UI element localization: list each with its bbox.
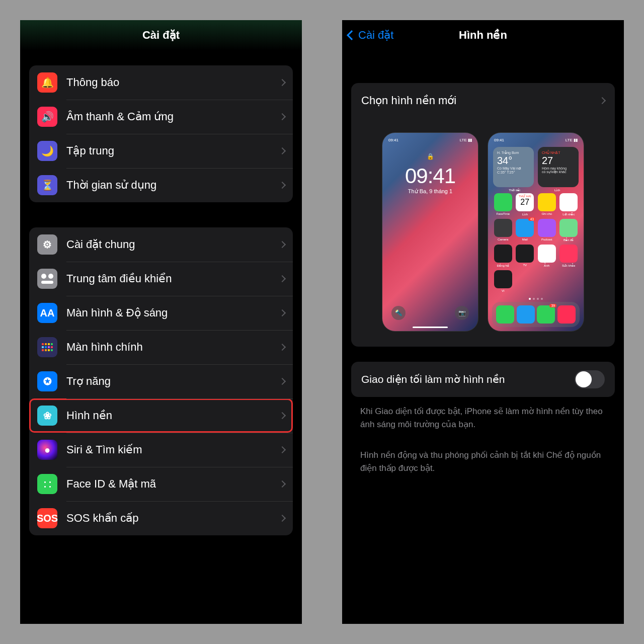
dock-app-phone: [496, 305, 514, 324]
chevron-right-icon: [279, 113, 286, 120]
chevron-left-icon: [347, 30, 357, 40]
chevron-right-icon: [279, 446, 286, 453]
settings-row-controlcenter[interactable]: Trung tâm điều khiển: [29, 262, 293, 296]
app-podcast: Podcast: [537, 219, 557, 242]
row-label: Hình nền: [66, 409, 280, 422]
faceid-icon: ⸬: [37, 474, 57, 494]
settings-header: Cài đặt: [20, 20, 302, 50]
row-label: Màn hình chính: [66, 341, 280, 354]
dock-app-music: [557, 305, 576, 324]
app-bản đồ: Bản đồ: [559, 219, 579, 242]
wallpaper-icon: ❀: [37, 406, 57, 426]
accessibility-icon: ✪: [37, 371, 57, 391]
app-tv: TV: [515, 245, 535, 267]
preview-status-bar: 09:41 LTE ▮▮: [388, 138, 472, 142]
settings-row-faceid[interactable]: ⸬Face ID & Mật mã: [29, 467, 293, 501]
wallpaper-previews: 09:41 LTE ▮▮ 🔒 09:41 Thứ Ba, 9 tháng 1 🔦…: [351, 118, 615, 347]
app-camera: Camera: [493, 219, 513, 242]
chevron-right-icon: [279, 412, 286, 419]
choose-wallpaper-label: Chọn hình nền mới: [361, 94, 600, 107]
lockscreen-preview[interactable]: 09:41 LTE ▮▮ 🔒 09:41 Thứ Ba, 9 tháng 1 🔦…: [382, 132, 478, 332]
row-label: Siri & Tìm kiếm: [66, 443, 280, 456]
settings-group-1: 🔔Thông báo🔊Âm thanh & Cảm ứng🌙Tập trung⏳…: [29, 65, 293, 202]
back-button[interactable]: Cài đặt: [348, 29, 393, 42]
settings-row-display[interactable]: AAMàn hình & Độ sáng: [29, 296, 293, 330]
general-icon: ⚙: [37, 234, 57, 255]
chevron-right-icon: [279, 515, 286, 522]
display-icon: AA: [37, 303, 57, 323]
app-ghi chú: Ghi chú: [537, 193, 557, 216]
dock-app-safari: [517, 305, 535, 324]
settings-row-wallpaper[interactable]: ❀Hình nền: [29, 398, 293, 433]
settings-row-focus[interactable]: 🌙Tập trung: [29, 134, 293, 168]
settings-row-screentime[interactable]: ⏳Thời gian sử dụng: [29, 168, 293, 202]
weather-widget: H. Trảng Bom 34° Có Mây Vài nơi C:35° T:…: [493, 147, 534, 187]
app-grid: FaceTimeTHỨ HAI27LịchGhi chúLời nhắcCame…: [493, 193, 579, 292]
row-label: Thời gian sử dụng: [66, 179, 280, 192]
lock-bottom-icons: 🔦 📷: [391, 306, 469, 320]
row-label: Âm thanh & Cảm ứng: [66, 110, 280, 123]
settings-title: Cài đặt: [142, 29, 180, 42]
settings-row-notifications[interactable]: 🔔Thông báo: [29, 65, 293, 100]
chevron-right-icon: [279, 309, 286, 316]
settings-row-sounds[interactable]: 🔊Âm thanh & Cảm ứng: [29, 100, 293, 134]
sounds-icon: 🔊: [37, 107, 57, 127]
controlcenter-icon: [37, 269, 57, 289]
settings-row-siri[interactable]: ●Siri & Tìm kiếm: [29, 433, 293, 467]
lock-icon: 🔒: [382, 153, 478, 160]
app-đồng hồ: Đồng hồ: [493, 245, 513, 267]
chevron-right-icon: [279, 275, 286, 282]
wallpaper-header: Cài đặt Hình nền: [342, 20, 624, 50]
settings-row-general[interactable]: ⚙Cài đặt chung: [29, 227, 293, 262]
app-facetime: FaceTime: [493, 193, 513, 216]
preview-status-bar: 09:41 LTE ▮▮: [494, 138, 578, 142]
focus-icon: 🌙: [37, 141, 57, 161]
chevron-right-icon: [599, 97, 606, 104]
row-label: Màn hình & Độ sáng: [66, 306, 280, 319]
sos-icon: SOS: [37, 508, 57, 528]
choose-wallpaper-group: Chọn hình nền mới: [351, 83, 615, 118]
chevron-right-icon: [279, 344, 286, 351]
widgets: H. Trảng Bom 34° Có Mây Vài nơi C:35° T:…: [493, 147, 579, 187]
notifications-icon: 🔔: [37, 72, 57, 93]
settings-panel: Cài đặt 🔔Thông báo🔊Âm thanh & Cảm ứng🌙Tậ…: [20, 20, 302, 624]
footer-text-2: Hình nền động và thu phóng phối cảnh bị …: [360, 449, 606, 474]
wallpaper-title: Hình nền: [459, 29, 507, 42]
homescreen-icon: [37, 337, 57, 357]
dim-wallpaper-label: Giao diện tối làm mờ hình nền: [361, 373, 575, 385]
app-lịch: THỨ HAI27Lịch: [515, 193, 535, 216]
calendar-widget: CHỦ NHẬT 27 Hôm nay không có sự kiện khá…: [538, 147, 579, 187]
screentime-icon: ⏳: [37, 175, 57, 195]
lock-content: 🔒 09:41 Thứ Ba, 9 tháng 1: [382, 153, 478, 195]
chevron-right-icon: [279, 79, 286, 86]
settings-row-sos[interactable]: SOSSOS khẩn cấp: [29, 501, 293, 535]
app-lời nhắc: Lời nhắc: [559, 193, 579, 216]
row-label: SOS khẩn cấp: [66, 512, 280, 525]
row-label: Face ID & Mật mã: [66, 477, 280, 491]
app-sức khỏe: Sức khỏe: [559, 245, 579, 267]
home-indicator: [413, 327, 448, 328]
camera-icon: 📷: [455, 306, 469, 320]
page-dots: [529, 298, 543, 300]
chevron-right-icon: [279, 182, 286, 189]
settings-row-accessibility[interactable]: ✪Trợ năng: [29, 364, 293, 398]
row-label: Trung tâm điều khiển: [66, 272, 280, 285]
settings-row-homescreen[interactable]: Màn hình chính: [29, 330, 293, 364]
homescreen-preview[interactable]: 09:41 LTE ▮▮ H. Trảng Bom 34° Có Mây Vài…: [488, 132, 584, 332]
siri-icon: ●: [37, 440, 57, 460]
row-label: Tập trung: [66, 144, 280, 157]
dim-wallpaper-toggle[interactable]: [575, 370, 605, 388]
chevron-right-icon: [279, 480, 286, 488]
toggle-knob: [576, 371, 592, 387]
choose-wallpaper-row[interactable]: Chọn hình nền mới: [351, 83, 615, 118]
settings-group-2: ⚙Cài đặt chungTrung tâm điều khiểnAAMàn …: [29, 227, 293, 535]
chevron-right-icon: [279, 378, 286, 385]
flashlight-icon: 🔦: [391, 306, 406, 320]
app-ảnh: Ảnh: [537, 245, 557, 267]
chevron-right-icon: [279, 147, 286, 154]
dock-app-messages: 39: [537, 305, 555, 324]
dock: 39: [492, 302, 580, 327]
row-label: Cài đặt chung: [66, 238, 280, 251]
lock-time: 09:41: [382, 164, 478, 188]
back-label: Cài đặt: [358, 29, 393, 42]
